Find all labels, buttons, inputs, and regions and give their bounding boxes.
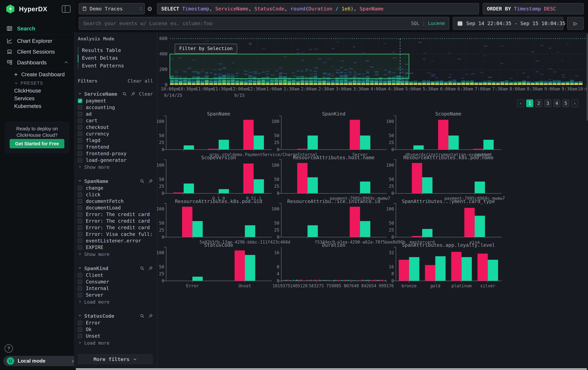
- mode-lucene[interactable]: Lucene: [428, 20, 445, 26]
- checkbox[interactable]: [78, 158, 82, 162]
- sidebar-item-chart-explorer[interactable]: Chart Explorer: [0, 36, 74, 46]
- filter-checkbox-item[interactable]: Consumer: [78, 279, 153, 285]
- filter-checkbox-item[interactable]: Error: The credit card (…: [78, 211, 153, 218]
- filter-checkbox-item[interactable]: checkout: [78, 124, 153, 130]
- pagination-page-2[interactable]: 2: [535, 100, 542, 107]
- filter-checkbox-item[interactable]: payment: [78, 98, 153, 104]
- sql-select-input[interactable]: SELECT Timestamp, ServiceName, StatusCod…: [157, 3, 479, 14]
- checkbox[interactable]: [78, 232, 82, 237]
- filter-group-show-more[interactable]: Show more: [78, 251, 153, 258]
- checkbox[interactable]: [78, 321, 82, 325]
- pagination-prev[interactable]: ‹: [517, 100, 524, 107]
- search-icon[interactable]: [140, 313, 145, 318]
- sidebar-preset-kubernetes[interactable]: Kubernetes: [14, 103, 41, 110]
- sidebar-preset-clickhouse[interactable]: ClickHouse: [14, 87, 41, 94]
- filter-checkbox-item[interactable]: Error: The credit card (…: [78, 218, 153, 224]
- filter-checkbox-item[interactable]: eventListener.error: [78, 238, 153, 244]
- filter-checkbox-item[interactable]: accounting: [78, 104, 153, 111]
- mode-sql[interactable]: SQL: [411, 20, 419, 26]
- filter-group-show-more[interactable]: Show more: [78, 163, 153, 171]
- checkbox[interactable]: [78, 286, 82, 291]
- sidebar-collapse-icon[interactable]: [62, 5, 71, 13]
- checkbox[interactable]: [78, 293, 82, 297]
- filter-checkbox-item[interactable]: change: [78, 185, 153, 191]
- source-select[interactable]: Demo Traces ▴▾: [79, 3, 145, 14]
- checkbox[interactable]: [78, 105, 82, 110]
- search-icon[interactable]: [122, 91, 127, 96]
- get-started-button[interactable]: Get Started for Free: [10, 139, 64, 148]
- analysis-tab-event-deltas[interactable]: Event Deltas: [82, 54, 153, 62]
- filter-checkbox-item[interactable]: Error: [78, 320, 153, 326]
- checkbox[interactable]: [78, 212, 82, 217]
- date-range-picker[interactable]: Sep 14 22:04:35 - Sep 15 10:04:35: [453, 17, 564, 30]
- filter-checkbox-item[interactable]: Internal: [78, 285, 153, 292]
- checkbox[interactable]: [78, 186, 82, 190]
- filter-group-name[interactable]: ServiceName: [84, 91, 117, 97]
- filter-checkbox-item[interactable]: currency: [78, 130, 153, 137]
- pin-icon[interactable]: [148, 313, 153, 318]
- more-filters-button[interactable]: More filters: [78, 354, 153, 364]
- filter-checkbox-item[interactable]: click: [78, 191, 153, 198]
- sidebar-presets-toggle[interactable]: PRESETS: [14, 80, 43, 86]
- filter-checkbox-item[interactable]: ad: [78, 111, 153, 117]
- filter-group-load-more[interactable]: Load more: [78, 339, 153, 347]
- checkbox[interactable]: [78, 206, 82, 210]
- sidebar-item-dashboards[interactable]: Dashboards: [0, 57, 74, 68]
- checkbox[interactable]: [78, 239, 82, 243]
- gear-icon[interactable]: ⚙: [147, 4, 152, 13]
- pin-icon[interactable]: [148, 179, 153, 184]
- filter-group-clear-button[interactable]: Clear: [139, 91, 153, 97]
- checkbox[interactable]: [78, 151, 82, 156]
- sidebar-item-client-sessions[interactable]: Client Sessions: [0, 47, 74, 57]
- vertical-scrollbar[interactable]: [587, 34, 588, 121]
- search-input[interactable]: Search your events w/ Lucene ex. column:…: [79, 17, 449, 30]
- pagination-page-3[interactable]: 3: [544, 100, 551, 107]
- filter-checkbox-item[interactable]: cart: [78, 117, 153, 124]
- filter-group-name[interactable]: StatusCode: [84, 313, 114, 319]
- orderby-input[interactable]: ORDER BY Timestamp DESC: [483, 3, 584, 14]
- pin-icon[interactable]: [148, 266, 153, 271]
- checkbox[interactable]: [78, 132, 82, 136]
- horizontal-scrollbar[interactable]: [76, 368, 587, 370]
- analysis-tab-results-table[interactable]: Results Table: [82, 46, 153, 54]
- filter-checkbox-item[interactable]: flagd: [78, 137, 153, 144]
- checkbox[interactable]: [78, 273, 82, 278]
- checkbox[interactable]: [78, 327, 82, 332]
- filter-checkbox-item[interactable]: frontend: [78, 144, 153, 150]
- filter-by-selection-button[interactable]: Filter by Selection: [175, 44, 237, 54]
- checkbox[interactable]: [78, 145, 82, 149]
- checkbox[interactable]: [78, 112, 82, 116]
- pagination-next[interactable]: ›: [571, 100, 578, 107]
- sidebar-preset-services[interactable]: Services: [14, 95, 35, 102]
- checkbox[interactable]: [78, 334, 82, 338]
- analysis-tab-event-patterns[interactable]: Event Patterns: [82, 62, 153, 70]
- filter-checkbox-item[interactable]: load-generator: [78, 157, 153, 163]
- checkbox[interactable]: [78, 99, 82, 103]
- checkbox[interactable]: [78, 192, 82, 197]
- checkbox[interactable]: [78, 219, 82, 223]
- checkbox[interactable]: [78, 280, 82, 284]
- filter-group-load-more[interactable]: Load more: [78, 298, 153, 306]
- pagination-page-4[interactable]: 4: [553, 100, 560, 107]
- sidebar-item-search[interactable]: Search: [0, 23, 74, 34]
- sidebar-create-dashboard[interactable]: Create Dashboard: [13, 71, 73, 78]
- selection-box[interactable]: [170, 54, 409, 79]
- checkbox[interactable]: [78, 245, 82, 250]
- filter-checkbox-item[interactable]: EXPIRE: [78, 244, 153, 251]
- pin-icon[interactable]: [131, 91, 136, 96]
- filter-checkbox-item[interactable]: Error: Visa cache full: …: [78, 231, 153, 238]
- filter-checkbox-item[interactable]: Client: [78, 272, 153, 279]
- checkbox[interactable]: [78, 138, 82, 143]
- filter-group-name[interactable]: SpanName: [84, 178, 108, 184]
- filter-group-name[interactable]: SpanKind: [84, 265, 108, 271]
- checkbox[interactable]: [78, 118, 82, 123]
- clear-all-button[interactable]: Clear all: [128, 78, 153, 84]
- filter-checkbox-item[interactable]: Error: The credit card (…: [78, 224, 153, 231]
- search-icon[interactable]: [140, 266, 145, 271]
- filter-checkbox-item[interactable]: documentFetch: [78, 198, 153, 204]
- run-query-button[interactable]: ▷: [567, 17, 584, 30]
- filter-checkbox-item[interactable]: Unset: [78, 333, 153, 339]
- filter-checkbox-item[interactable]: documentLoad: [78, 204, 153, 211]
- filter-checkbox-item[interactable]: Ok: [78, 326, 153, 333]
- filter-checkbox-item[interactable]: Server: [78, 292, 153, 298]
